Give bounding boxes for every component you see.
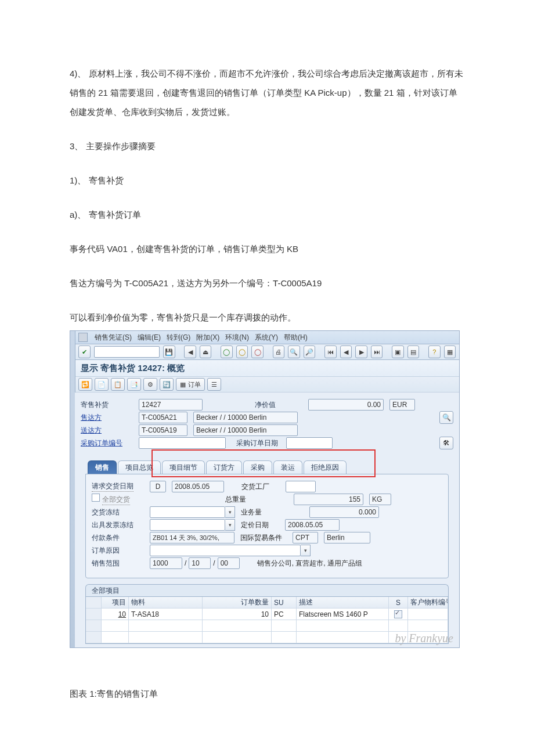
tab-procurement[interactable]: 采购	[243, 460, 272, 474]
delivery-block-field[interactable]	[150, 506, 225, 518]
sales-area-fields: 1000/ 10/ 00	[150, 557, 240, 569]
menu-item[interactable]: 编辑(E)	[138, 333, 161, 343]
cell-customer-material[interactable]	[408, 609, 448, 620]
exit-icon[interactable]: ⏏	[200, 345, 212, 358]
tab-ordering-party[interactable]: 订货方	[206, 460, 242, 474]
cell-qty[interactable]: 10	[203, 609, 272, 620]
payment-terms-field[interactable]: ZB01 14 天 3%, 30/2%,	[150, 532, 234, 543]
menu-item[interactable]: 附加(X)	[196, 333, 219, 343]
volume-field: 0.000	[309, 506, 379, 518]
print-icon[interactable]: 🖨	[273, 345, 285, 358]
new-session-icon[interactable]: ▣	[392, 345, 404, 358]
row-selector[interactable]	[86, 632, 102, 643]
sold-to-name: Becker / / 10000 Berlin	[193, 412, 298, 423]
next-page-icon[interactable]: ▶	[355, 345, 367, 358]
item-icon[interactable]: 📑	[127, 378, 141, 391]
net-value-field: 0.00	[308, 399, 384, 411]
system-menu-icon[interactable]	[78, 333, 88, 342]
req-delivery-date-field[interactable]: 2008.05.05	[172, 481, 224, 492]
order-reason-field[interactable]	[150, 545, 301, 556]
cell-desc[interactable]: Flatscreen MS 1460 P	[297, 609, 389, 620]
col-qty[interactable]: 订单数量	[203, 597, 272, 609]
po-number-label[interactable]: 采购订单编号	[81, 438, 139, 448]
ship-to-label[interactable]: 送达方	[81, 426, 139, 435]
dropdown-icon[interactable]: ▾	[225, 519, 235, 531]
row-selector[interactable]	[86, 609, 102, 620]
date-type-field[interactable]: D	[150, 481, 166, 492]
header-icon[interactable]: 📋	[111, 378, 125, 391]
menu-item[interactable]: 系统(Y)	[255, 333, 278, 343]
dropdown-icon[interactable]: ▾	[225, 506, 235, 518]
delivery-plant-field[interactable]	[286, 481, 316, 492]
net-value-label: 净价值	[255, 400, 297, 410]
cell-material[interactable]: T-ASA18	[129, 609, 203, 620]
nav-exit-icon[interactable]: ◯	[236, 345, 248, 358]
incoterms2-field[interactable]: Berlin	[324, 532, 370, 543]
col-su[interactable]: SU	[272, 597, 297, 609]
col-s[interactable]: S	[389, 597, 408, 609]
cell-item[interactable]: 10	[102, 609, 129, 620]
grid-row-empty[interactable]	[86, 632, 448, 643]
command-field[interactable]	[94, 346, 160, 358]
partner-search-icon[interactable]: 🔍	[439, 411, 453, 424]
find-next-icon[interactable]: 🔎	[304, 345, 316, 358]
tab-body-sales: 请求交货日期 D 2008.05.05 交货工厂 全部交货 总重量 155	[85, 474, 449, 578]
cell-s[interactable]	[389, 609, 408, 620]
tab-sales[interactable]: 销售	[88, 460, 117, 474]
find-icon[interactable]: 🔍	[288, 345, 300, 358]
col-material[interactable]: 物料	[129, 597, 203, 609]
col-desc[interactable]: 描述	[297, 597, 389, 609]
nav-back-icon[interactable]: ◯	[221, 345, 233, 358]
ship-to-code[interactable]: T-C005A19	[139, 424, 187, 436]
last-page-icon[interactable]: ⏭	[371, 345, 383, 358]
display-change-icon[interactable]: 🔁	[78, 378, 92, 391]
tab-item-detail[interactable]: 项目细节	[162, 460, 205, 474]
standard-toolbar: ✔ 💾 ◀ ⏏ ◯ ◯ ◯ 🖨 🔍 🔎 ⏮ ◀ ▶ ⏭ ▣	[75, 344, 459, 360]
grid-row[interactable]: 10 T-ASA18 10 PC Flatscreen MS 1460 P	[86, 609, 448, 620]
menu-item[interactable]: 销售凭证(S)	[95, 333, 132, 343]
complete-delivery-checkbox[interactable]	[92, 494, 100, 502]
menu-item[interactable]: 环境(N)	[225, 333, 249, 343]
refresh-icon[interactable]: 🔄	[160, 378, 174, 391]
layout-icon[interactable]: ▦	[444, 345, 456, 358]
menu-item[interactable]: 帮助(H)	[284, 333, 308, 343]
billing-block-label: 出具发票冻结	[92, 520, 150, 530]
config-icon[interactable]: ⚙	[143, 378, 157, 391]
more-icon[interactable]: ☰	[207, 378, 221, 391]
help-icon[interactable]: ?	[428, 345, 441, 358]
cancel-icon[interactable]: ◯	[251, 345, 264, 358]
enter-icon[interactable]: ✔	[78, 345, 91, 358]
sold-to-label[interactable]: 售达方	[81, 413, 139, 423]
orders-button[interactable]: ▦订单	[176, 378, 205, 391]
col-item[interactable]: 项目	[102, 597, 129, 609]
col-customer-material[interactable]: 客户物料编号	[408, 597, 448, 609]
sold-to-code[interactable]: T-C005A21	[139, 412, 187, 423]
pricing-date-field[interactable]: 2008.05.05	[285, 519, 340, 531]
first-page-icon[interactable]: ⏮	[324, 345, 337, 358]
tab-shipping[interactable]: 装运	[273, 460, 302, 474]
incoterms1-field[interactable]: CPT	[293, 532, 318, 543]
ship-to-name: Becker / / 10000 Berlin	[193, 424, 298, 436]
paragraph: a)、 寄售补货订单	[70, 205, 464, 224]
grid-header-row: 项目 物料 订单数量 SU 描述 S 客户物料编号	[86, 597, 448, 609]
order-reason-label: 订单原因	[92, 546, 150, 556]
row-selector[interactable]	[86, 620, 102, 632]
cell-su[interactable]: PC	[272, 609, 297, 620]
shortcut-icon[interactable]: ▤	[407, 345, 420, 358]
billing-block-field[interactable]	[150, 519, 225, 531]
tab-reject-reason[interactable]: 拒绝原因	[304, 460, 347, 474]
menu-item[interactable]: 转到(G)	[167, 333, 190, 343]
tab-item-overview[interactable]: 项目总览	[118, 460, 161, 474]
gross-weight-label: 总重量	[225, 495, 269, 505]
po-config-icon[interactable]: 🛠	[439, 437, 453, 449]
po-number-field[interactable]	[139, 437, 226, 449]
dropdown-icon[interactable]: ▾	[301, 545, 311, 556]
doc-flow-icon[interactable]: 📄	[95, 378, 109, 391]
grid-row-empty[interactable]	[86, 620, 448, 632]
checkbox-icon	[394, 610, 402, 618]
po-date-field[interactable]	[286, 437, 333, 449]
back-icon[interactable]: ◀	[184, 345, 196, 358]
save-icon[interactable]: 💾	[163, 345, 175, 358]
prev-page-icon[interactable]: ◀	[340, 345, 352, 358]
items-section-title: 全部项目	[85, 584, 449, 596]
